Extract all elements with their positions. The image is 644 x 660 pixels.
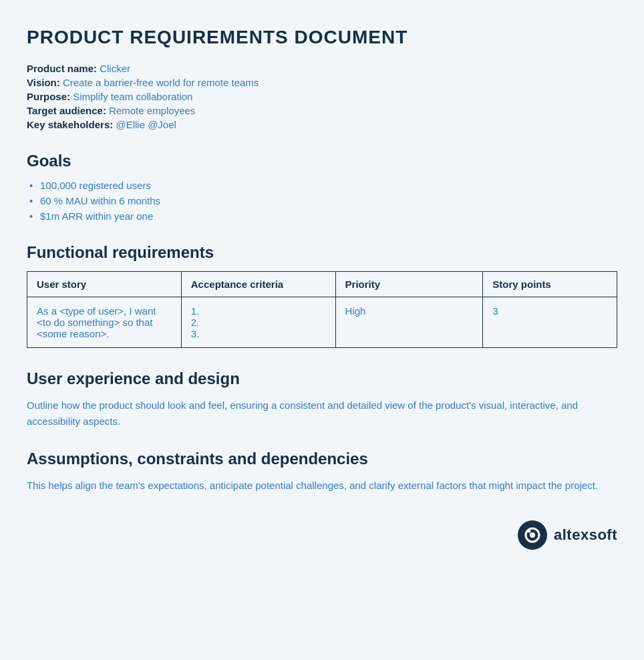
- functional-section: Functional requirements User story Accep…: [27, 243, 617, 348]
- vision-row: Vision: Create a barrier-free world for …: [27, 77, 617, 88]
- svg-point-1: [530, 532, 535, 538]
- criteria-item-1: 1.: [191, 305, 326, 317]
- assumptions-section-title: Assumptions, constraints and dependencie…: [27, 450, 617, 468]
- col-header-acceptance: Acceptance criteria: [181, 272, 335, 297]
- target-label: Target audience:: [27, 105, 106, 116]
- logo-area: altexsoft: [518, 520, 617, 550]
- purpose-value: Simplify team collaboration: [73, 91, 192, 102]
- table-header-row: User story Acceptance criteria Priority …: [27, 272, 617, 297]
- svg-point-2: [528, 530, 531, 533]
- assumptions-description: This helps align the team's expectations…: [27, 478, 617, 494]
- product-name-label: Product name:: [27, 63, 97, 74]
- col-header-priority: Priority: [335, 272, 483, 297]
- target-row: Target audience: Remote employees: [27, 105, 617, 116]
- assumptions-section: Assumptions, constraints and dependencie…: [27, 450, 617, 494]
- purpose-label: Purpose:: [27, 91, 70, 102]
- logo-text: altexsoft: [554, 526, 617, 544]
- col-header-story-points: Story points: [483, 272, 617, 297]
- ux-section: User experience and design Outline how t…: [27, 369, 617, 430]
- col-header-user-story: User story: [27, 272, 182, 297]
- list-item: 60 % MAU within 6 months: [27, 195, 617, 206]
- list-item: 100,000 registered users: [27, 180, 617, 191]
- functional-section-title: Functional requirements: [27, 243, 617, 262]
- goals-section-title: Goals: [27, 152, 617, 170]
- criteria-item-3: 3.: [191, 328, 326, 339]
- meta-section: Product name: Clicker Vision: Create a b…: [27, 63, 617, 130]
- goals-list: 100,000 registered users 60 % MAU within…: [27, 180, 617, 222]
- goals-section: Goals 100,000 registered users 60 % MAU …: [27, 152, 617, 222]
- ux-section-title: User experience and design: [27, 369, 617, 388]
- logo-svg: [523, 526, 542, 544]
- product-name-row: Product name: Clicker: [27, 63, 617, 74]
- table-row: As a <type of user>, I want <to do somet…: [27, 297, 617, 348]
- cell-priority: High: [335, 297, 483, 348]
- purpose-row: Purpose: Simplify team collaboration: [27, 91, 617, 102]
- requirements-table: User story Acceptance criteria Priority …: [27, 271, 617, 348]
- stakeholders-label: Key stakeholders:: [27, 119, 113, 130]
- cell-story-points: 3: [483, 297, 617, 348]
- cell-acceptance-criteria: 1. 2. 3.: [181, 297, 335, 348]
- ux-description: Outline how the product should look and …: [27, 397, 617, 430]
- logo-icon: [518, 520, 547, 550]
- list-item: $1m ARR within year one: [27, 210, 617, 222]
- target-value: Remote employees: [109, 105, 195, 116]
- stakeholders-row: Key stakeholders: @Ellie @Joel: [27, 119, 617, 130]
- product-name-value: Clicker: [100, 63, 130, 74]
- criteria-item-2: 2.: [191, 317, 326, 328]
- stakeholders-value: @Ellie @Joel: [116, 119, 176, 130]
- vision-label: Vision:: [27, 77, 60, 88]
- vision-value: Create a barrier-free world for remote t…: [63, 77, 259, 88]
- footer: altexsoft: [27, 514, 617, 550]
- cell-user-story: As a <type of user>, I want <to do somet…: [27, 297, 182, 348]
- page-title: PRODUCT REQUIREMENTS DOCUMENT: [27, 27, 617, 48]
